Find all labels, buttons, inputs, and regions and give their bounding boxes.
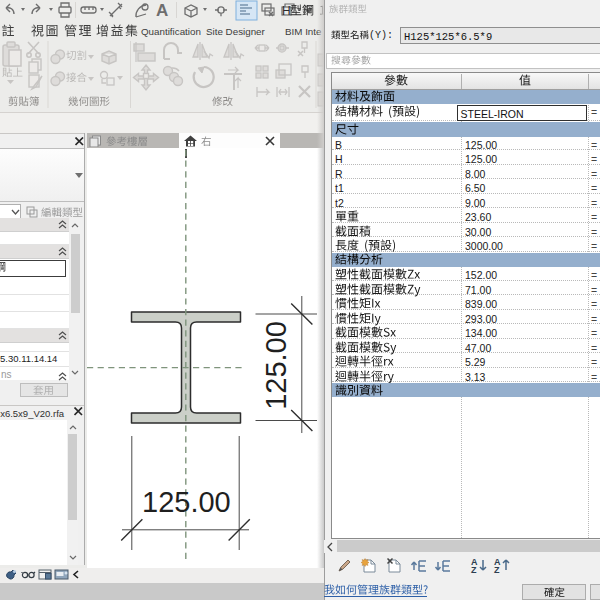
svg-text:Z: Z	[494, 565, 500, 575]
svg-text:Z: Z	[471, 565, 477, 575]
